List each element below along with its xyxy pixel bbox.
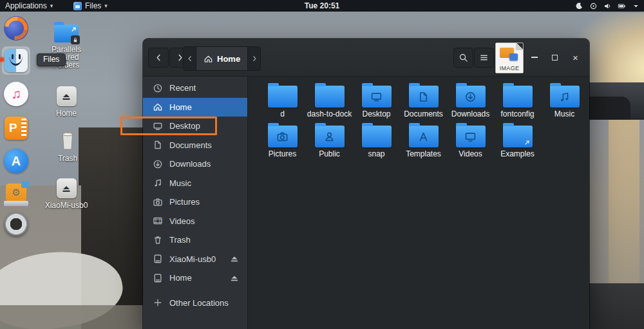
sidebar-item-label: Home	[169, 273, 192, 283]
desktop-icon-label: Home	[56, 109, 77, 117]
wallpaper-water	[583, 120, 644, 285]
battery-icon[interactable]	[618, 2, 626, 10]
sidebar-item-label: Documents	[169, 140, 212, 150]
sidebar-item-label: Recent	[169, 83, 196, 93]
file-snap[interactable]: snap	[353, 120, 400, 158]
list-view-button[interactable]	[474, 48, 494, 68]
breadcrumb-home[interactable]: Home	[196, 47, 248, 70]
dock-item-app-store[interactable]: A	[2, 147, 30, 175]
file-label: dash-to-dock	[307, 110, 352, 118]
caret-down-icon[interactable]	[632, 2, 640, 10]
desktop-icon-xiaomi-usb0[interactable]: XiaoMi-usb0	[43, 178, 90, 209]
path-scroll-right-icon[interactable]	[248, 47, 260, 70]
caret-down-icon: ▾	[104, 3, 108, 9]
broken-image-placeholder-icon[interactable]: IMAGE	[495, 42, 524, 73]
wallpaper-sea	[583, 82, 644, 121]
folder-icon	[550, 86, 580, 108]
plus-icon	[153, 297, 163, 308]
system-status-area[interactable]	[575, 0, 640, 12]
camera-icon	[153, 197, 163, 207]
clock[interactable]: Tue 20:51	[305, 0, 339, 12]
night-light-icon[interactable]	[575, 2, 583, 10]
dock-item-installer[interactable]: ⚙	[2, 178, 30, 207]
sidebar-item-downloads[interactable]: Downloads	[143, 155, 247, 174]
minimize-button[interactable]	[528, 52, 540, 64]
search-button[interactable]	[453, 48, 473, 68]
path-bar: Home	[183, 46, 261, 71]
folder-icon	[315, 126, 345, 147]
volume-icon[interactable]	[603, 2, 612, 10]
file-videos[interactable]: Videos	[447, 120, 494, 158]
sidebar-item-documents[interactable]: Documents	[143, 136, 247, 155]
accessibility-icon[interactable]	[589, 2, 598, 10]
lock-icon	[71, 35, 80, 44]
file-label: Downloads	[451, 110, 489, 118]
sidebar-item-pictures[interactable]: Pictures	[143, 193, 247, 212]
header-bar: Home IMAGE ×	[143, 39, 589, 77]
running-indicator	[0, 57, 4, 62]
files-menu-label: Files	[85, 1, 101, 10]
file-grid: ddash-to-dockDesktopDocumentsDownloadsfo…	[248, 77, 589, 329]
document-icon	[153, 140, 163, 150]
folder-icon	[456, 86, 486, 108]
file-music[interactable]: Music	[541, 80, 588, 118]
file-d[interactable]: d	[259, 80, 306, 118]
sidebar-item-trash[interactable]: Trash	[143, 230, 247, 250]
file-label: Pictures	[269, 150, 296, 158]
eject-button[interactable]	[229, 254, 240, 264]
desktop-icon-label: XiaoMi-usb0	[45, 202, 88, 209]
dock-item-music[interactable]: ♫	[2, 80, 30, 108]
sidebar: RecentHomeDesktopDocumentsDownloadsMusic…	[143, 77, 248, 329]
dock-item-firefox[interactable]	[2, 14, 30, 42]
sidebar-item-recent[interactable]: Recent	[143, 79, 247, 98]
maximize-icon	[552, 55, 558, 61]
music-icon	[153, 178, 163, 188]
file-documents[interactable]: Documents	[400, 80, 447, 118]
files-menu[interactable]: Files ▾	[70, 0, 111, 12]
trash-icon	[58, 128, 77, 151]
sidebar-item-music[interactable]: Music	[143, 174, 247, 193]
file-fontconfig[interactable]: fontconfig	[494, 80, 541, 118]
file-dash-to-dock[interactable]: dash-to-dock	[306, 80, 353, 118]
video-icon	[153, 216, 163, 226]
back-button[interactable]	[148, 48, 169, 68]
folder-icon	[268, 86, 298, 108]
dock-item-lens-ring[interactable]	[2, 210, 30, 238]
file-pictures[interactable]: Pictures	[259, 120, 306, 158]
file-downloads[interactable]: Downloads	[447, 80, 494, 118]
folder-icon	[503, 126, 533, 147]
sidebar-item-xiaomi-usb0[interactable]: XiaoMi-usb0	[143, 250, 247, 269]
sidebar-item-videos[interactable]: Videos	[143, 212, 247, 231]
maximize-button[interactable]	[549, 52, 561, 64]
installer-icon: ⚙	[6, 183, 26, 202]
file-examples[interactable]: Examples	[494, 120, 541, 158]
app-store-icon: A	[4, 149, 28, 173]
firefox-icon	[4, 16, 28, 41]
file-label: Desktop	[362, 110, 390, 118]
close-button[interactable]: ×	[569, 52, 582, 64]
shared-folder-icon	[54, 24, 79, 42]
file-desktop[interactable]: Desktop	[353, 80, 400, 118]
sidebar-item-label: XiaoMi-usb0	[169, 254, 216, 264]
sidebar-item-label: Home	[169, 102, 192, 112]
sidebar-item-home[interactable]: Home	[143, 268, 247, 288]
file-templates[interactable]: Templates	[400, 120, 447, 158]
sidebar-item-other-locations[interactable]: Other Locations	[143, 294, 247, 313]
applications-menu[interactable]: Applications ▾	[1, 0, 57, 12]
sidebar-item-label: Other Locations	[169, 298, 229, 308]
dock-item-files[interactable]	[2, 46, 30, 75]
desktop-icon-home-drive[interactable]: Home	[43, 86, 90, 117]
desktop-screen: { "topbar": { "applications_label": "App…	[0, 0, 644, 329]
sidebar-item-label: Downloads	[169, 159, 211, 169]
drive-eject-icon	[57, 86, 77, 106]
eject-button[interactable]	[229, 273, 240, 283]
link-emblem-icon	[503, 126, 533, 147]
desktop-icon-trash[interactable]: Trash	[44, 128, 91, 162]
path-scroll-left-icon[interactable]	[184, 47, 196, 70]
dock-item-parallels[interactable]: P	[2, 114, 30, 142]
sidebar-item-home[interactable]: Home	[143, 98, 247, 117]
file-public[interactable]: Public	[306, 120, 353, 158]
person-emblem-icon	[315, 126, 345, 147]
drive-icon	[153, 254, 163, 264]
music-emblem-icon	[550, 86, 580, 108]
